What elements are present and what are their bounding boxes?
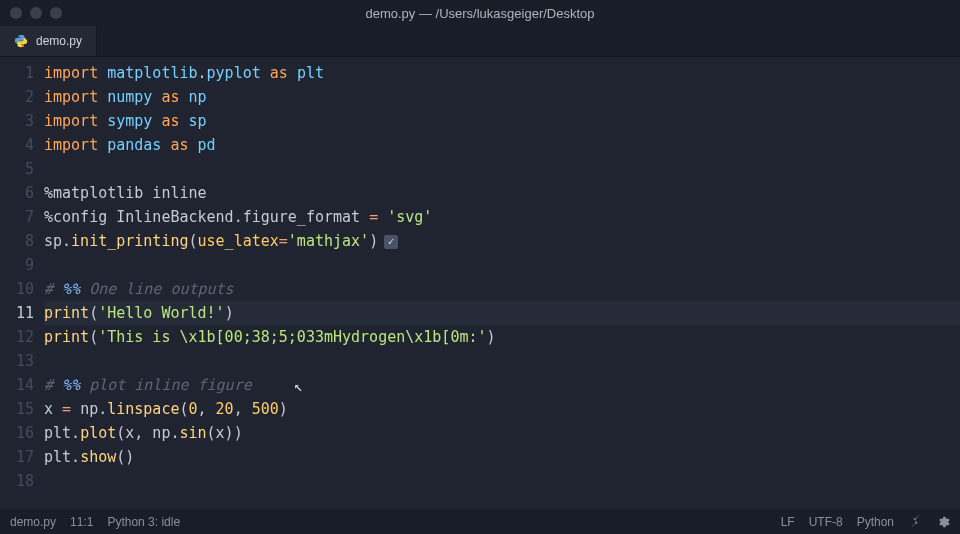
code-line[interactable] [44, 157, 960, 181]
editor[interactable]: 123456789101112131415161718 ↖ import mat… [0, 57, 960, 509]
code-line[interactable]: sp.init_printing(use_latex='mathjax')✓ [44, 229, 960, 253]
code-line[interactable]: print('This is \x1b[00;38;5;033mHydrogen… [44, 325, 960, 349]
line-number: 10 [0, 277, 44, 301]
status-bar: demo.py 11:1 Python 3: idle LF UTF-8 Pyt… [0, 509, 960, 534]
status-language[interactable]: Python [857, 515, 894, 529]
line-number: 14 [0, 373, 44, 397]
status-file[interactable]: demo.py [10, 515, 56, 529]
status-encoding[interactable]: UTF-8 [809, 515, 843, 529]
code-line[interactable] [44, 349, 960, 373]
code-line[interactable]: import numpy as np [44, 85, 960, 109]
gutter: 123456789101112131415161718 [0, 57, 44, 509]
line-number: 3 [0, 109, 44, 133]
code-line[interactable] [44, 253, 960, 277]
tab-demo-py[interactable]: demo.py [0, 26, 97, 56]
window-title: demo.py — /Users/lukasgeiger/Desktop [0, 6, 960, 21]
line-number: 18 [0, 469, 44, 493]
tab-label: demo.py [36, 34, 82, 48]
line-number: 4 [0, 133, 44, 157]
line-number: 1 [0, 61, 44, 85]
code-line[interactable]: x = np.linspace(0, 20, 500) [44, 397, 960, 421]
zoom-window-button[interactable] [50, 7, 62, 19]
titlebar: demo.py — /Users/lukasgeiger/Desktop [0, 0, 960, 26]
line-number: 17 [0, 445, 44, 469]
cell-executed-icon: ✓ [384, 235, 398, 249]
code-area[interactable]: ↖ import matplotlib.pyplot as pltimport … [44, 57, 960, 509]
status-line-ending[interactable]: LF [781, 515, 795, 529]
python-file-icon [14, 34, 28, 48]
tab-bar: demo.py [0, 26, 960, 57]
code-line[interactable]: %config InlineBackend.figure_format = 's… [44, 205, 960, 229]
line-number: 2 [0, 85, 44, 109]
line-number: 5 [0, 157, 44, 181]
code-line[interactable]: plt.plot(x, np.sin(x)) [44, 421, 960, 445]
line-number: 6 [0, 181, 44, 205]
line-number: 12 [0, 325, 44, 349]
line-number: 11 [0, 301, 44, 325]
line-number: 7 [0, 205, 44, 229]
line-number: 8 [0, 229, 44, 253]
gear-icon[interactable] [936, 515, 950, 529]
code-line[interactable]: import matplotlib.pyplot as plt [44, 61, 960, 85]
line-number: 9 [0, 253, 44, 277]
code-line[interactable]: plt.show() [44, 445, 960, 469]
code-line[interactable]: # %% One line outputs [44, 277, 960, 301]
line-number: 16 [0, 421, 44, 445]
window-controls [10, 7, 62, 19]
line-number: 15 [0, 397, 44, 421]
code-line[interactable]: %matplotlib inline [44, 181, 960, 205]
code-line[interactable]: # %% plot inline figure [44, 373, 960, 397]
status-kernel[interactable]: Python 3: idle [107, 515, 180, 529]
status-cursor-position[interactable]: 11:1 [70, 515, 93, 529]
code-line[interactable]: print('Hello World!') [44, 301, 960, 325]
pin-icon[interactable] [908, 515, 922, 529]
code-line[interactable] [44, 469, 960, 493]
close-window-button[interactable] [10, 7, 22, 19]
code-line[interactable]: import pandas as pd [44, 133, 960, 157]
line-number: 13 [0, 349, 44, 373]
code-line[interactable]: import sympy as sp [44, 109, 960, 133]
minimize-window-button[interactable] [30, 7, 42, 19]
